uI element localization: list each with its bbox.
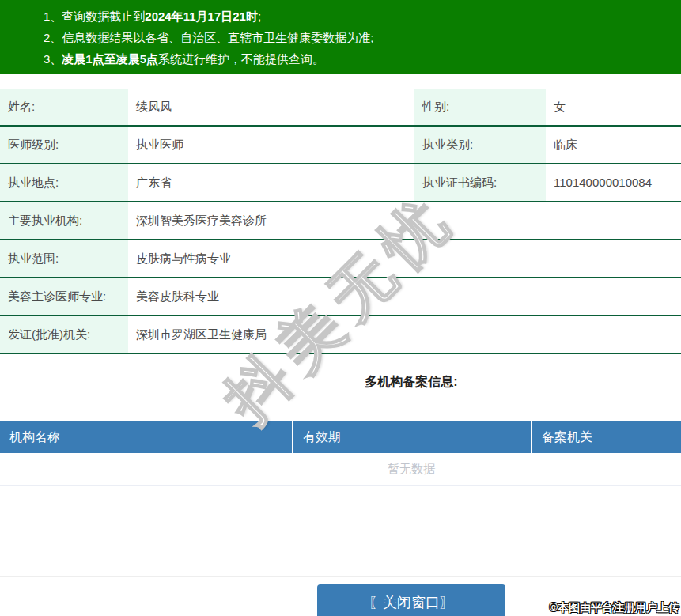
notice-3-text: 3、 (44, 52, 62, 66)
field-label-issuing-authority: 发证(批准)机关: (0, 316, 128, 353)
notice-line-2: 2、信息数据结果以各省、自治区、直辖市卫生健康委数据为准; (44, 27, 681, 48)
field-value-main-institution: 深圳智美秀医疗美容诊所 (128, 202, 681, 240)
empty-data-placeholder: 暂无数据 (0, 453, 681, 486)
table-row: 执业地点: 广东省 执业证书编码: 110140000010084 (0, 164, 681, 202)
practitioner-info-table: 姓名: 续凤凤 性别: 女 医师级别: 执业医师 执业类别: 临床 执业地点: … (0, 89, 681, 354)
column-header-institution-name: 机构名称 (0, 421, 293, 453)
table-row: 发证(批准)机关: 深圳市罗湖区卫生健康局 (0, 316, 681, 353)
field-label-practice-category: 执业类别: (414, 126, 546, 164)
field-label-cosmetic-specialty: 美容主诊医师专业: (0, 278, 128, 316)
field-value-practice-category: 临床 (546, 126, 681, 164)
field-value-practice-location: 广东省 (128, 164, 414, 202)
notice-line-1: 1、查询数据截止到2024年11月17日21时; (44, 6, 681, 27)
field-value-name: 续凤凤 (128, 89, 414, 126)
multi-org-table-header: 机构名称 有效期 备案机关 (0, 421, 681, 453)
column-header-filing-authority: 备案机关 (532, 421, 681, 453)
notice-3-tail: 系统进行维护，不能提供查询。 (158, 52, 324, 66)
divider (0, 576, 681, 577)
notice-1-text: 1、查询数据截止到 (44, 9, 145, 23)
field-label-certificate-number: 执业证书编码: (414, 164, 546, 202)
notice-line-3: 3、凌晨1点至凌晨5点系统进行维护，不能提供查询。 (44, 48, 681, 70)
field-label-main-institution: 主要执业机构: (0, 202, 128, 240)
notice-3-bold: 凌晨1点至凌晨5点 (62, 52, 158, 66)
column-header-validity-period: 有效期 (293, 421, 532, 453)
field-label-gender: 性别: (414, 89, 546, 126)
field-label-name: 姓名: (0, 89, 128, 126)
field-label-practice-location: 执业地点: (0, 164, 128, 202)
table-row: 姓名: 续凤凤 性别: 女 (0, 89, 681, 126)
close-window-button[interactable]: 〖关闭窗口〗 (317, 584, 505, 616)
query-result-page: 1、查询数据截止到2024年11月17日21时; 2、信息数据结果以各省、自治区… (0, 0, 681, 616)
notice-2-text: 2、信息数据结果以各省、自治区、直辖市卫生健康委数据为准; (44, 31, 374, 44)
field-label-practice-scope: 执业范围: (0, 240, 128, 278)
field-value-doctor-level: 执业医师 (128, 126, 414, 164)
field-value-practice-scope: 皮肤病与性病专业 (128, 240, 681, 278)
table-row: 美容主诊医师专业: 美容皮肤科专业 (0, 278, 681, 316)
multi-org-section-title: 多机构备案信息: (0, 373, 681, 391)
table-row: 主要执业机构: 深圳智美秀医疗美容诊所 (0, 202, 681, 240)
field-value-issuing-authority: 深圳市罗湖区卫生健康局 (128, 316, 681, 353)
field-value-certificate-number: 110140000010084 (546, 164, 681, 202)
field-label-doctor-level: 医师级别: (0, 126, 128, 164)
table-row: 执业范围: 皮肤病与性病专业 (0, 240, 681, 278)
field-value-cosmetic-specialty: 美容皮肤科专业 (128, 278, 681, 316)
notice-1-bold: 2024年11月17日21时 (145, 9, 258, 23)
divider (0, 402, 681, 402)
notice-1-tail: ; (258, 9, 261, 23)
upload-credit-watermark: ©本图由平台注册用户上传 (550, 601, 679, 615)
notice-bar: 1、查询数据截止到2024年11月17日21时; 2、信息数据结果以各省、自治区… (0, 0, 681, 74)
field-value-gender: 女 (546, 89, 681, 126)
content-area: 姓名: 续凤凤 性别: 女 医师级别: 执业医师 执业类别: 临床 执业地点: … (0, 89, 681, 616)
table-row: 医师级别: 执业医师 执业类别: 临床 (0, 126, 681, 164)
